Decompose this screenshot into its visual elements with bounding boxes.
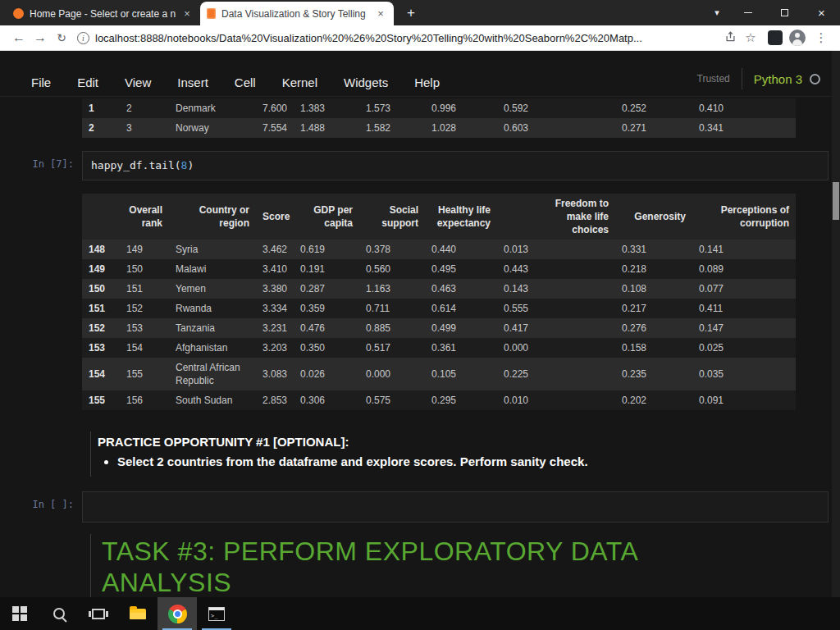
notebook-body: 12Denmark7.6001.3831.5730.9960.5920.2520… bbox=[0, 97, 840, 597]
table-cell: Tanzania bbox=[169, 318, 256, 338]
table-cell: 0.000 bbox=[359, 358, 425, 390]
scrollbar-thumb[interactable] bbox=[833, 182, 839, 220]
menu-view[interactable]: View bbox=[125, 75, 151, 89]
browser-tab-notebook[interactable]: Data Visualization & Story Telling bbox=[200, 2, 394, 25]
empty-code-input[interactable] bbox=[82, 491, 829, 523]
tab-close-icon[interactable] bbox=[374, 7, 387, 21]
table-cell: 0.235 bbox=[615, 358, 692, 390]
table-cell: 0.996 bbox=[425, 98, 497, 118]
table-cell: Denmark bbox=[169, 98, 256, 118]
menu-file[interactable]: File bbox=[31, 75, 51, 89]
table-cell: 1.383 bbox=[294, 98, 359, 118]
table-cell: 152 bbox=[120, 299, 169, 318]
reload-icon[interactable] bbox=[51, 30, 72, 45]
table-header-cell: GDP per capita bbox=[294, 194, 359, 240]
table-header-label: Country or region bbox=[192, 203, 249, 230]
code-input[interactable]: happy_df.tail(8) bbox=[82, 151, 829, 180]
table-cell: 0.252 bbox=[615, 98, 692, 118]
table-cell: 154 bbox=[120, 338, 169, 358]
table-cell: 7.600 bbox=[256, 98, 294, 118]
page-info-icon[interactable] bbox=[77, 32, 89, 44]
table-cell: 0.306 bbox=[294, 390, 359, 410]
table-header-label: Overall rank bbox=[126, 203, 162, 230]
task-view-icon bbox=[92, 609, 105, 619]
profile-avatar[interactable] bbox=[789, 30, 806, 46]
table-cell: 149 bbox=[120, 240, 169, 259]
table-cell: 0.141 bbox=[692, 240, 796, 259]
window-close-button[interactable] bbox=[803, 0, 840, 25]
terminal-button[interactable] bbox=[197, 597, 236, 630]
start-button[interactable] bbox=[0, 597, 39, 630]
table-index-cell: 155 bbox=[82, 390, 120, 410]
windows-start-icon bbox=[12, 606, 27, 621]
menu-help[interactable]: Help bbox=[414, 75, 440, 89]
table-cell: Afghanistan bbox=[169, 338, 256, 358]
table-cell: 0.378 bbox=[359, 240, 425, 259]
trusted-badge: Trusted bbox=[697, 73, 730, 84]
browser-tab-strip: Home Page - Select or create a n Data Vi… bbox=[0, 0, 840, 25]
share-icon[interactable] bbox=[720, 30, 740, 46]
kernel-name: Python 3 bbox=[754, 72, 802, 86]
table-cell: 3.334 bbox=[256, 299, 294, 318]
table-cell: 0.619 bbox=[294, 240, 359, 259]
table-cell: 0.614 bbox=[425, 299, 497, 318]
desktop: Home Page - Select or create a n Data Vi… bbox=[0, 0, 840, 630]
table-cell: 0.191 bbox=[294, 259, 359, 279]
table-row: 152153Tanzania3.2310.4760.8850.4990.4170… bbox=[82, 318, 796, 338]
kernel-indicator: Python 3 bbox=[742, 68, 820, 89]
menu-widgets[interactable]: Widgets bbox=[344, 75, 388, 89]
file-explorer-button[interactable] bbox=[118, 597, 158, 630]
windows-taskbar bbox=[0, 597, 840, 630]
practice-list: Select 2 countries from the dataframe an… bbox=[117, 454, 829, 470]
url-bar[interactable]: localhost:8888/notebooks/Data%20Visualiz… bbox=[95, 32, 720, 44]
menu-cell[interactable]: Cell bbox=[235, 75, 256, 89]
table-cell: Norway bbox=[169, 118, 256, 138]
jupyter-logo-icon bbox=[13, 8, 24, 19]
markdown-cell-practice: PRACTICE OPPORTUNITY #1 [OPTIONAL]: Sele… bbox=[90, 431, 829, 477]
table-index-cell: 150 bbox=[82, 279, 120, 299]
table-cell: 3.462 bbox=[256, 240, 294, 259]
table-index-cell: 2 bbox=[82, 118, 120, 138]
back-icon[interactable] bbox=[8, 30, 30, 45]
table-cell: 0.108 bbox=[615, 279, 692, 299]
menu-edit[interactable]: Edit bbox=[77, 75, 98, 89]
search-button[interactable] bbox=[39, 597, 79, 630]
table-cell: 0.295 bbox=[425, 390, 497, 410]
table-cell: 0.603 bbox=[497, 118, 615, 138]
window-maximize-button[interactable] bbox=[766, 0, 803, 25]
table-cell: 2.853 bbox=[256, 390, 294, 410]
chrome-button[interactable] bbox=[158, 597, 197, 630]
table-cell: 0.411 bbox=[692, 299, 796, 318]
browser-tab-home[interactable]: Home Page - Select or create a n bbox=[7, 2, 200, 25]
tab-close-icon[interactable] bbox=[180, 7, 194, 21]
tab-search-chevron-icon[interactable] bbox=[705, 7, 729, 18]
window-minimize-button[interactable] bbox=[729, 0, 766, 25]
bookmark-star-icon[interactable] bbox=[740, 30, 761, 45]
new-tab-button[interactable] bbox=[400, 2, 422, 24]
forward-icon[interactable] bbox=[30, 30, 51, 45]
table-index-cell: 152 bbox=[82, 318, 120, 338]
browser-menu-icon[interactable] bbox=[810, 30, 832, 45]
table-cell: 156 bbox=[120, 390, 169, 410]
empty-code-cell: In [ ]: bbox=[0, 491, 829, 523]
table-cell: 0.440 bbox=[425, 240, 497, 259]
table-header-label: Freedom to make life choices bbox=[551, 197, 609, 236]
menu-insert[interactable]: Insert bbox=[177, 75, 208, 89]
scrollbar[interactable] bbox=[832, 51, 840, 597]
table-header-cell: Overall rank bbox=[120, 194, 169, 240]
task-heading: TASK #3: PERFORM EXPLORATORY DATA ANALYS… bbox=[102, 536, 750, 597]
input-prompt: In [7]: bbox=[0, 151, 82, 180]
menu-kernel[interactable]: Kernel bbox=[282, 75, 317, 89]
table-header-cell: Freedom to make life choices bbox=[497, 194, 615, 240]
table-cell: 0.000 bbox=[497, 338, 615, 358]
table-cell: 0.410 bbox=[692, 98, 796, 118]
task-view-button[interactable] bbox=[79, 597, 118, 630]
table-cell: 0.202 bbox=[615, 390, 692, 410]
extension-icon[interactable] bbox=[768, 30, 783, 45]
table-row: 153154Afghanistan3.2030.3500.5170.3610.0… bbox=[82, 338, 796, 358]
table-header-cell: Social support bbox=[359, 194, 425, 240]
tab-title: Home Page - Select or create a n bbox=[30, 8, 180, 20]
table-cell: 0.287 bbox=[294, 279, 359, 299]
table-cell: 0.350 bbox=[294, 338, 359, 358]
search-icon bbox=[52, 606, 67, 622]
